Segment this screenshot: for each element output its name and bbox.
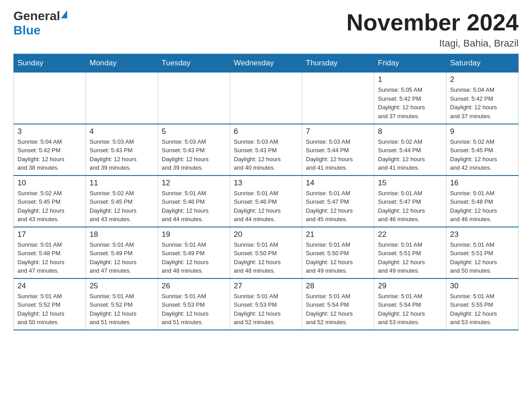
table-row: 17Sunrise: 5:01 AMSunset: 5:48 PMDayligh… xyxy=(14,227,86,278)
calendar-week-row: 3Sunrise: 5:04 AMSunset: 5:42 PMDaylight… xyxy=(14,124,519,176)
day-info: Sunrise: 5:01 AMSunset: 5:50 PMDaylight:… xyxy=(234,240,298,275)
day-info: Sunrise: 5:01 AMSunset: 5:48 PMDaylight:… xyxy=(450,189,515,224)
day-info: Sunrise: 5:01 AMSunset: 5:47 PMDaylight:… xyxy=(306,189,370,224)
table-row: 22Sunrise: 5:01 AMSunset: 5:51 PMDayligh… xyxy=(374,227,446,278)
day-number: 7 xyxy=(306,127,370,136)
table-row xyxy=(230,73,302,124)
table-row xyxy=(14,73,86,124)
day-info: Sunrise: 5:01 AMSunset: 5:46 PMDaylight:… xyxy=(162,189,226,224)
table-row: 4Sunrise: 5:03 AMSunset: 5:43 PMDaylight… xyxy=(86,124,158,176)
table-row: 30Sunrise: 5:01 AMSunset: 5:55 PMDayligh… xyxy=(446,278,519,330)
day-info: Sunrise: 5:01 AMSunset: 5:50 PMDaylight:… xyxy=(306,240,370,275)
day-number: 22 xyxy=(378,230,442,239)
day-info: Sunrise: 5:04 AMSunset: 5:42 PMDaylight:… xyxy=(17,137,82,172)
day-number: 19 xyxy=(162,230,226,239)
day-info: Sunrise: 5:01 AMSunset: 5:46 PMDaylight:… xyxy=(234,189,298,224)
day-number: 20 xyxy=(234,230,298,239)
day-info: Sunrise: 5:03 AMSunset: 5:43 PMDaylight:… xyxy=(162,137,226,172)
day-number: 4 xyxy=(90,127,154,136)
day-number: 25 xyxy=(90,282,154,291)
day-number: 24 xyxy=(17,282,82,291)
header: General Blue November 2024 Itagi, Bahia,… xyxy=(13,9,519,49)
day-info: Sunrise: 5:02 AMSunset: 5:45 PMDaylight:… xyxy=(17,189,82,224)
day-number: 9 xyxy=(450,127,515,136)
day-info: Sunrise: 5:03 AMSunset: 5:44 PMDaylight:… xyxy=(306,137,370,172)
day-number: 23 xyxy=(450,230,515,239)
logo: General Blue xyxy=(13,9,67,38)
day-number: 29 xyxy=(378,282,442,291)
table-row: 7Sunrise: 5:03 AMSunset: 5:44 PMDaylight… xyxy=(302,124,374,176)
header-saturday: Saturday xyxy=(446,54,519,73)
table-row: 18Sunrise: 5:01 AMSunset: 5:49 PMDayligh… xyxy=(86,227,158,278)
table-row: 8Sunrise: 5:02 AMSunset: 5:44 PMDaylight… xyxy=(374,124,446,176)
table-row: 27Sunrise: 5:01 AMSunset: 5:53 PMDayligh… xyxy=(230,278,302,330)
day-info: Sunrise: 5:03 AMSunset: 5:43 PMDaylight:… xyxy=(90,137,154,172)
day-number: 26 xyxy=(162,282,226,291)
table-row: 12Sunrise: 5:01 AMSunset: 5:46 PMDayligh… xyxy=(158,176,230,227)
calendar-week-row: 24Sunrise: 5:01 AMSunset: 5:52 PMDayligh… xyxy=(14,278,519,330)
table-row: 28Sunrise: 5:01 AMSunset: 5:54 PMDayligh… xyxy=(302,278,374,330)
day-number: 14 xyxy=(306,179,370,188)
day-number: 21 xyxy=(306,230,370,239)
day-number: 27 xyxy=(234,282,298,291)
table-row: 16Sunrise: 5:01 AMSunset: 5:48 PMDayligh… xyxy=(446,176,519,227)
day-info: Sunrise: 5:01 AMSunset: 5:48 PMDaylight:… xyxy=(17,240,82,275)
day-info: Sunrise: 5:01 AMSunset: 5:51 PMDaylight:… xyxy=(450,240,515,275)
day-number: 6 xyxy=(234,127,298,136)
weekday-header-row: Sunday Monday Tuesday Wednesday Thursday… xyxy=(14,54,519,73)
day-info: Sunrise: 5:01 AMSunset: 5:53 PMDaylight:… xyxy=(234,292,298,327)
table-row xyxy=(158,73,230,124)
day-number: 12 xyxy=(162,179,226,188)
table-row: 9Sunrise: 5:02 AMSunset: 5:45 PMDaylight… xyxy=(446,124,519,176)
day-number: 3 xyxy=(17,127,82,136)
calendar-week-row: 10Sunrise: 5:02 AMSunset: 5:45 PMDayligh… xyxy=(14,176,519,227)
calendar-week-row: 17Sunrise: 5:01 AMSunset: 5:48 PMDayligh… xyxy=(14,227,519,278)
header-monday: Monday xyxy=(86,54,158,73)
day-number: 16 xyxy=(450,179,515,188)
table-row: 21Sunrise: 5:01 AMSunset: 5:50 PMDayligh… xyxy=(302,227,374,278)
day-info: Sunrise: 5:01 AMSunset: 5:54 PMDaylight:… xyxy=(306,292,370,327)
table-row: 11Sunrise: 5:02 AMSunset: 5:45 PMDayligh… xyxy=(86,176,158,227)
header-tuesday: Tuesday xyxy=(158,54,230,73)
title-area: November 2024 Itagi, Bahia, Brazil xyxy=(347,9,519,49)
table-row xyxy=(86,73,158,124)
header-friday: Friday xyxy=(374,54,446,73)
day-info: Sunrise: 5:01 AMSunset: 5:53 PMDaylight:… xyxy=(162,292,226,327)
day-number: 15 xyxy=(378,179,442,188)
table-row: 3Sunrise: 5:04 AMSunset: 5:42 PMDaylight… xyxy=(14,124,86,176)
day-info: Sunrise: 5:02 AMSunset: 5:44 PMDaylight:… xyxy=(378,137,442,172)
table-row: 13Sunrise: 5:01 AMSunset: 5:46 PMDayligh… xyxy=(230,176,302,227)
day-info: Sunrise: 5:05 AMSunset: 5:42 PMDaylight:… xyxy=(378,86,442,120)
day-info: Sunrise: 5:01 AMSunset: 5:49 PMDaylight:… xyxy=(162,240,226,275)
day-info: Sunrise: 5:01 AMSunset: 5:55 PMDaylight:… xyxy=(450,292,515,327)
calendar-table: Sunday Monday Tuesday Wednesday Thursday… xyxy=(13,54,519,330)
table-row: 6Sunrise: 5:03 AMSunset: 5:43 PMDaylight… xyxy=(230,124,302,176)
day-number: 30 xyxy=(450,282,515,291)
day-info: Sunrise: 5:01 AMSunset: 5:52 PMDaylight:… xyxy=(17,292,82,327)
day-info: Sunrise: 5:02 AMSunset: 5:45 PMDaylight:… xyxy=(450,137,515,172)
day-info: Sunrise: 5:04 AMSunset: 5:42 PMDaylight:… xyxy=(450,86,515,120)
day-number: 8 xyxy=(378,127,442,136)
day-info: Sunrise: 5:01 AMSunset: 5:49 PMDaylight:… xyxy=(90,240,154,275)
table-row xyxy=(302,73,374,124)
table-row: 20Sunrise: 5:01 AMSunset: 5:50 PMDayligh… xyxy=(230,227,302,278)
table-row: 15Sunrise: 5:01 AMSunset: 5:47 PMDayligh… xyxy=(374,176,446,227)
day-number: 10 xyxy=(17,179,82,188)
day-number: 5 xyxy=(162,127,226,136)
calendar-location: Itagi, Bahia, Brazil xyxy=(347,38,519,49)
day-info: Sunrise: 5:03 AMSunset: 5:43 PMDaylight:… xyxy=(234,137,298,172)
table-row: 29Sunrise: 5:01 AMSunset: 5:54 PMDayligh… xyxy=(374,278,446,330)
day-info: Sunrise: 5:01 AMSunset: 5:54 PMDaylight:… xyxy=(378,292,442,327)
day-number: 28 xyxy=(306,282,370,291)
logo-arrow-icon xyxy=(61,10,67,18)
logo-blue-text: Blue xyxy=(13,23,41,38)
day-number: 2 xyxy=(450,75,515,84)
day-info: Sunrise: 5:01 AMSunset: 5:52 PMDaylight:… xyxy=(90,292,154,327)
header-sunday: Sunday xyxy=(14,54,86,73)
logo-general-text: General xyxy=(13,9,60,23)
table-row: 10Sunrise: 5:02 AMSunset: 5:45 PMDayligh… xyxy=(14,176,86,227)
calendar-week-row: 1Sunrise: 5:05 AMSunset: 5:42 PMDaylight… xyxy=(14,73,519,124)
day-info: Sunrise: 5:02 AMSunset: 5:45 PMDaylight:… xyxy=(90,189,154,224)
day-info: Sunrise: 5:01 AMSunset: 5:51 PMDaylight:… xyxy=(378,240,442,275)
table-row: 23Sunrise: 5:01 AMSunset: 5:51 PMDayligh… xyxy=(446,227,519,278)
